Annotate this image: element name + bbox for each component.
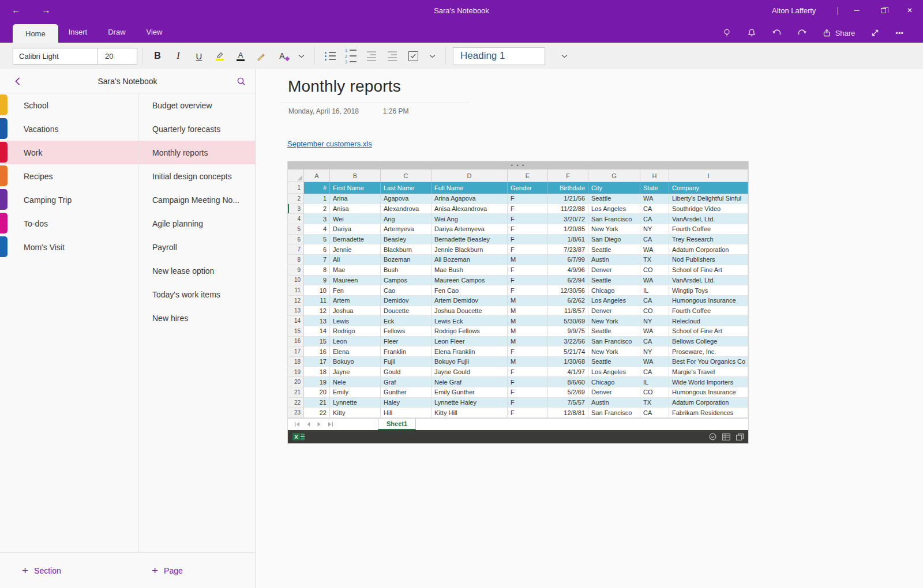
row-number[interactable]: 22 xyxy=(288,398,304,408)
font-name-selector[interactable]: Calibri Light xyxy=(13,48,98,65)
row-number[interactable]: 9 xyxy=(288,265,304,276)
view-mode-icon[interactable] xyxy=(709,433,716,440)
row-number[interactable]: 11 xyxy=(288,285,304,296)
grid-view-icon[interactable] xyxy=(722,434,730,440)
column-letter-e[interactable]: E xyxy=(508,169,548,182)
row-number[interactable]: 23 xyxy=(288,408,304,418)
numbered-list-button[interactable]: 1 2 3 xyxy=(340,45,361,67)
column-letter-h[interactable]: H xyxy=(640,169,669,182)
sidebar-page-campaign-meeting-no[interactable]: Campaign Meeting No... xyxy=(139,188,255,212)
column-letter-c[interactable]: C xyxy=(381,169,432,182)
sidebar-section-to-dos[interactable]: To-dos xyxy=(0,212,138,235)
italic-button[interactable]: I xyxy=(168,45,189,67)
row-number[interactable]: 19 xyxy=(288,367,304,378)
next-sheet-icon[interactable] xyxy=(317,422,321,427)
row-number[interactable]: 5 xyxy=(288,224,304,235)
cell: F xyxy=(508,387,548,398)
format-painter-button[interactable] xyxy=(251,45,272,67)
decrease-indent-button[interactable] xyxy=(361,45,382,67)
restore-button[interactable] xyxy=(870,0,896,21)
column-letter-a[interactable]: A xyxy=(304,169,330,182)
list-options-chevron-icon[interactable] xyxy=(423,45,441,67)
underline-button[interactable]: U xyxy=(189,45,209,67)
todo-checkbox-button[interactable] xyxy=(403,45,423,67)
notifications-bell-icon[interactable] xyxy=(747,28,756,37)
row-number[interactable]: 10 xyxy=(288,276,304,286)
add-page-button[interactable]: + Page xyxy=(152,564,183,577)
sidebar-page-payroll[interactable]: Payroll xyxy=(139,235,255,259)
sidebar-section-work[interactable]: Work xyxy=(0,141,138,164)
increase-indent-button[interactable] xyxy=(382,45,403,67)
sidebar-page-today-s-work-items[interactable]: Today's work items xyxy=(139,282,255,306)
sidebar-section-school[interactable]: School xyxy=(0,93,138,117)
column-letter-f[interactable]: F xyxy=(548,169,588,182)
last-sheet-icon[interactable] xyxy=(328,422,333,427)
column-letter-g[interactable]: G xyxy=(588,169,640,182)
font-color-button[interactable]: A xyxy=(230,45,251,67)
ribbon-tab-view[interactable]: View xyxy=(136,21,173,43)
style-chevron-icon[interactable] xyxy=(556,45,573,67)
ribbon-tab-home[interactable]: Home xyxy=(13,24,58,43)
page-canvas[interactable]: Monthly reports Monday, April 16, 2018 1… xyxy=(256,69,923,588)
sheet-tab[interactable]: Sheet1 xyxy=(378,419,416,430)
sidebar-page-budget-overview[interactable]: Budget overview xyxy=(139,93,255,117)
sidebar-section-recipes[interactable]: Recipes xyxy=(0,164,138,188)
bulleted-list-button[interactable] xyxy=(320,45,340,67)
row-number[interactable]: 8 xyxy=(288,255,304,265)
row-number[interactable]: 13 xyxy=(288,306,304,316)
row-number[interactable]: 18 xyxy=(288,357,304,367)
row-number[interactable]: 2 xyxy=(288,194,304,204)
page-title[interactable]: Monthly reports xyxy=(288,77,401,96)
undo-icon[interactable] xyxy=(772,28,782,37)
open-in-window-icon[interactable] xyxy=(736,434,744,440)
column-letter-d[interactable]: D xyxy=(432,169,508,182)
sidebar-page-new-lease-option[interactable]: New lease option xyxy=(139,259,255,282)
search-icon[interactable] xyxy=(227,77,255,86)
close-button[interactable]: ✕ xyxy=(896,0,923,21)
row-number[interactable]: 12 xyxy=(288,296,304,306)
prev-sheet-icon[interactable] xyxy=(307,422,310,427)
row-number[interactable]: 17 xyxy=(288,346,304,357)
share-button[interactable]: Share xyxy=(823,28,856,37)
sidebar-page-new-hires[interactable]: New hires xyxy=(139,306,255,330)
row-number[interactable]: 7 xyxy=(288,244,304,255)
sidebar-page-agile-planning[interactable]: Agile planning xyxy=(139,212,255,235)
minimize-button[interactable] xyxy=(843,0,870,21)
redo-icon[interactable] xyxy=(797,28,807,37)
row-number[interactable]: 15 xyxy=(288,326,304,337)
cell: F xyxy=(508,204,548,214)
sidebar-page-initial-design-concepts[interactable]: Initial design concepts xyxy=(139,164,255,188)
column-letter-i[interactable]: I xyxy=(669,169,748,182)
ribbon-tab-insert[interactable]: Insert xyxy=(58,21,98,43)
bold-button[interactable]: B xyxy=(147,45,168,67)
clear-formatting-button[interactable]: A xyxy=(272,45,292,67)
fullscreen-expand-icon[interactable] xyxy=(871,28,880,37)
embedded-spreadsheet[interactable]: • • • ABCDEFGHI 1#First NameLast NameFul… xyxy=(288,161,748,443)
sidebar-section-mom-s-visit[interactable]: Mom's Visit xyxy=(0,235,138,259)
first-sheet-icon[interactable] xyxy=(295,422,300,427)
sidebar-section-camping-trip[interactable]: Camping Trip xyxy=(0,188,138,212)
style-selector[interactable]: Heading 1 xyxy=(453,47,545,65)
ribbon-tab-draw[interactable]: Draw xyxy=(97,21,136,43)
highlighter-button[interactable] xyxy=(209,45,230,67)
sidebar-page-quarterly-forecasts[interactable]: Quarterly forecasts xyxy=(139,117,255,141)
column-letter-b[interactable]: B xyxy=(330,169,381,182)
row-number[interactable]: 14 xyxy=(288,316,304,326)
row-number[interactable]: 1 xyxy=(288,182,304,194)
row-number[interactable]: 3 xyxy=(288,204,304,214)
select-all-corner[interactable] xyxy=(288,169,304,182)
row-number[interactable]: 6 xyxy=(288,235,304,245)
row-number[interactable]: 4 xyxy=(288,214,304,224)
more-options-ellipsis-icon[interactable]: ••• xyxy=(895,29,903,37)
font-size-selector[interactable]: 20 xyxy=(98,48,137,65)
row-number[interactable]: 16 xyxy=(288,337,304,347)
attachment-link[interactable]: September customers.xls xyxy=(287,140,372,148)
add-section-button[interactable]: + Section xyxy=(22,564,61,577)
font-options-chevron-icon[interactable] xyxy=(292,45,310,67)
spreadsheet-drag-handle[interactable]: • • • xyxy=(288,161,748,169)
sidebar-section-vacations[interactable]: Vacations xyxy=(0,117,138,141)
tell-me-lightbulb-icon[interactable] xyxy=(722,28,731,37)
sidebar-page-monthly-reports[interactable]: Monthly reports xyxy=(139,141,255,164)
row-number[interactable]: 20 xyxy=(288,377,304,387)
row-number[interactable]: 21 xyxy=(288,387,304,398)
